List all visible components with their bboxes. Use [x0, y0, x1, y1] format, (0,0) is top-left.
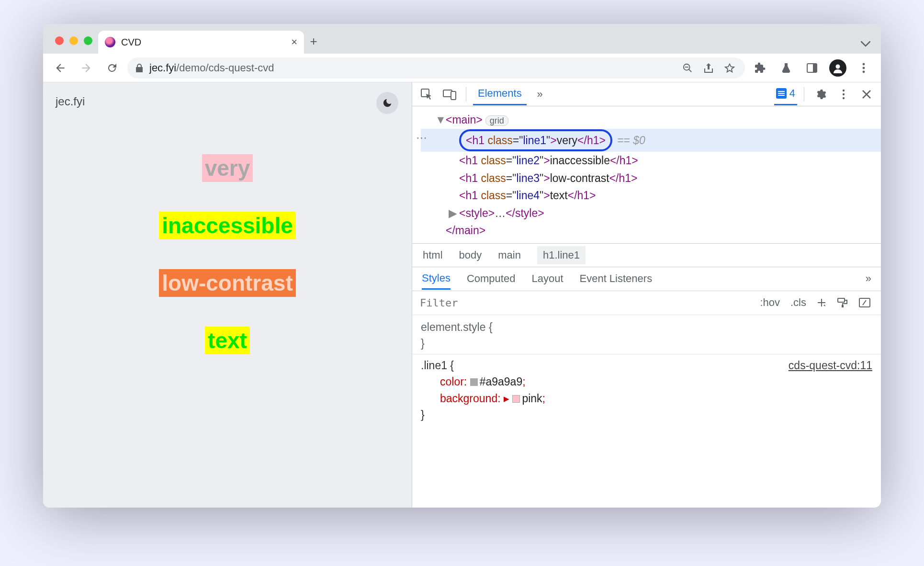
svg-point-8: [863, 70, 865, 73]
devtools-panel: Elements » 4 ▼<main>grid ⋯<h1 class="lin…: [412, 82, 881, 508]
demo-text-line4: text: [205, 327, 250, 354]
demo-text-line2: inaccessible: [159, 212, 296, 239]
breadcrumb-item[interactable]: main: [498, 249, 521, 261]
dom-tree[interactable]: ▼<main>grid ⋯<h1 class="line1">very</h1>…: [412, 106, 881, 243]
css-property[interactable]: background: ▸ pink;: [421, 390, 872, 407]
menu-button[interactable]: [853, 57, 874, 79]
issues-button[interactable]: 4: [774, 83, 797, 105]
share-icon[interactable]: [701, 63, 716, 73]
computed-tab[interactable]: Computed: [467, 268, 516, 290]
devtools-menu-button[interactable]: [834, 89, 853, 100]
css-property[interactable]: color: #a9a9a9;: [421, 374, 872, 390]
inspect-element-button[interactable]: [417, 88, 436, 101]
more-subtabs-button[interactable]: »: [866, 268, 871, 290]
color-swatch[interactable]: [470, 378, 478, 386]
layout-tab[interactable]: Layout: [531, 268, 563, 290]
dom-node[interactable]: <h1 class="line4">text</h1>: [421, 187, 881, 204]
demo-text-line3: low-contrast: [159, 269, 295, 297]
svg-point-13: [843, 93, 845, 95]
settings-button[interactable]: [811, 89, 830, 100]
device-toolbar-button[interactable]: [440, 89, 459, 100]
reload-button[interactable]: [101, 57, 123, 79]
dom-node[interactable]: ▶<style>…</style>: [421, 204, 881, 222]
avatar-icon: [829, 59, 846, 77]
new-style-rule-button[interactable]: [814, 298, 829, 307]
issues-icon: [776, 88, 787, 99]
lock-icon: [135, 63, 144, 73]
styles-pane[interactable]: element.style { } .line1 {cds-quest-cvd:…: [412, 315, 881, 427]
grid-badge[interactable]: grid: [485, 115, 508, 126]
element-style-block[interactable]: element.style {: [421, 319, 872, 336]
css-rule-selector[interactable]: .line1 {: [421, 359, 454, 372]
window-controls: [50, 36, 98, 54]
breadcrumb-item-active[interactable]: h1.line1: [537, 246, 586, 264]
favicon-icon: [105, 37, 115, 47]
svg-rect-15: [838, 298, 845, 302]
dom-breadcrumbs: html body main h1.line1: [412, 243, 881, 267]
cls-button[interactable]: .cls: [788, 296, 809, 309]
computed-toggle-button[interactable]: [856, 298, 873, 307]
page-viewport: jec.fyi very inaccessible low-contrast t…: [43, 82, 412, 508]
styles-filter-bar: :hov .cls: [412, 291, 881, 315]
new-tab-button[interactable]: +: [304, 34, 323, 54]
close-tab-button[interactable]: ×: [291, 36, 297, 48]
side-panel-button[interactable]: [801, 57, 823, 79]
breadcrumb-item[interactable]: body: [459, 249, 482, 261]
bookmark-icon[interactable]: [722, 63, 737, 73]
zoom-icon[interactable]: [680, 63, 695, 73]
address-bar[interactable]: jec.fyi/demo/cds-quest-cvd: [127, 57, 745, 79]
dom-node[interactable]: <h1 class="line2">inaccessible</h1>: [421, 152, 881, 170]
devtools-tabbar: Elements » 4: [412, 82, 881, 106]
svg-rect-11: [451, 91, 456, 100]
svg-rect-16: [842, 305, 844, 307]
labs-button[interactable]: [776, 57, 797, 79]
event-listeners-tab[interactable]: Event Listeners: [580, 268, 653, 290]
back-button[interactable]: [50, 57, 71, 79]
more-tabs-button[interactable]: »: [530, 88, 550, 101]
minimize-window-button[interactable]: [69, 36, 78, 45]
tab-title: CVD: [121, 37, 285, 48]
page-heading: jec.fyi: [56, 95, 399, 108]
dom-node[interactable]: <h1 class="line3">low-contrast</h1>: [421, 170, 881, 187]
svg-point-7: [863, 67, 865, 69]
dom-node[interactable]: </main>: [421, 222, 881, 239]
browser-window: CVD × + jec.fyi/demo/cds-quest-cvd jec.f…: [43, 24, 881, 508]
close-window-button[interactable]: [55, 36, 64, 45]
demo-text-line1: very: [202, 154, 253, 182]
toolbar: jec.fyi/demo/cds-quest-cvd: [43, 54, 881, 82]
url-text: jec.fyi/demo/cds-quest-cvd: [149, 62, 674, 74]
svg-point-12: [843, 89, 845, 91]
styles-filter-input[interactable]: [420, 297, 752, 309]
svg-line-1: [689, 69, 692, 72]
svg-point-5: [836, 64, 840, 68]
styles-tabbar: Styles Computed Layout Event Listeners »: [412, 267, 881, 291]
extensions-button[interactable]: [750, 57, 771, 79]
svg-rect-4: [813, 64, 817, 72]
dom-node-selected[interactable]: ⋯<h1 class="line1">very</h1>== $0: [421, 129, 881, 152]
color-swatch[interactable]: [512, 395, 520, 403]
source-link[interactable]: cds-quest-cvd:11: [789, 357, 872, 374]
profile-button[interactable]: [827, 57, 848, 79]
paint-button[interactable]: [834, 297, 851, 308]
forward-button[interactable]: [76, 57, 97, 79]
tab-strip: CVD × +: [43, 24, 881, 54]
tab-list-button[interactable]: [861, 41, 881, 54]
maximize-window-button[interactable]: [84, 36, 92, 45]
theme-toggle-button[interactable]: [376, 92, 398, 114]
breadcrumb-item[interactable]: html: [423, 249, 443, 261]
hov-button[interactable]: :hov: [757, 296, 783, 309]
browser-tab[interactable]: CVD ×: [98, 31, 304, 54]
close-devtools-button[interactable]: [857, 90, 876, 99]
styles-tab[interactable]: Styles: [422, 268, 451, 290]
svg-point-6: [863, 63, 865, 65]
elements-tab[interactable]: Elements: [473, 83, 527, 105]
issues-count: 4: [789, 87, 795, 100]
svg-point-14: [843, 97, 845, 99]
